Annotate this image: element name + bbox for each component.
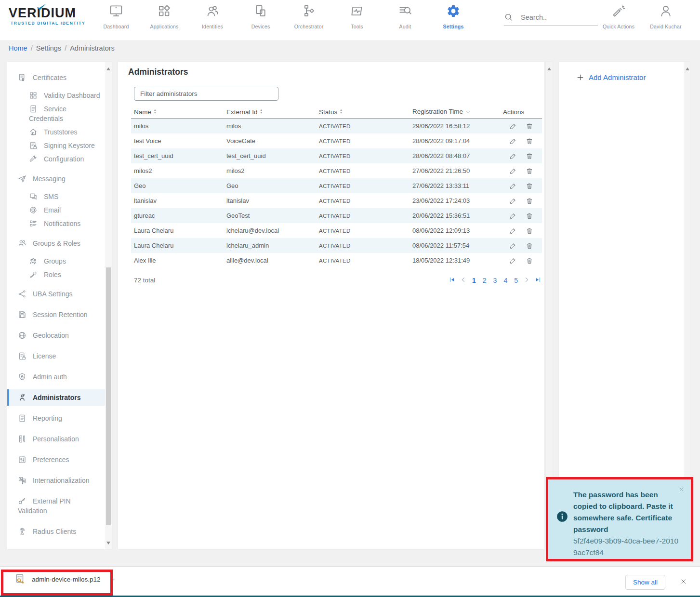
filter-administrators-input[interactable] (134, 87, 278, 101)
pagination-page-1[interactable]: 1 (470, 277, 478, 284)
row-actions (503, 242, 542, 250)
sidebar-item-sms[interactable]: SMS (7, 190, 105, 203)
pagination-next-page[interactable] (523, 276, 531, 284)
detail-panel-scrollbar[interactable] (684, 62, 690, 549)
sidebar-item-preferences[interactable]: Preferences (7, 451, 105, 468)
sort-icon[interactable]: ▴▾ (340, 108, 342, 114)
cell-external-id: VoiceGate (226, 137, 319, 145)
downloads-bar-close-icon[interactable] (680, 578, 687, 585)
edit-button[interactable] (509, 257, 517, 265)
brand-logo[interactable]: VERIDIUM TRUSTED DIGITAL IDENTITY (9, 6, 86, 26)
edit-button[interactable] (509, 182, 517, 190)
sidebar-item-administrators[interactable]: Administrators (7, 389, 105, 406)
sidebar-item-admin-auth[interactable]: Admin auth (7, 369, 105, 385)
pagination-page-4[interactable]: 4 (502, 277, 509, 284)
delete-button[interactable] (526, 182, 533, 190)
nav-item-devices[interactable]: Devices (242, 4, 279, 29)
delete-button[interactable] (526, 122, 533, 130)
sidebar-item-label: Certificates (33, 74, 66, 81)
sidebar-item-messaging[interactable]: Messaging (7, 171, 105, 187)
sidebar-item-session-retention[interactable]: Session Retention (7, 306, 105, 323)
column-header-external-id[interactable]: External Id▴▾ (226, 108, 319, 116)
content-scrollbar[interactable] (546, 62, 553, 549)
pagination-last-page[interactable] (534, 276, 542, 284)
edit-pencil-icon (509, 152, 517, 160)
delete-button[interactable] (526, 197, 533, 205)
cell-name: Laura Chelaru (134, 242, 226, 249)
sidebar-item-truststores[interactable]: Truststores (7, 125, 105, 139)
sidebar-item-validity-dashboard[interactable]: Validity Dashboard (7, 89, 105, 102)
nav-item-tools[interactable]: Tools (338, 4, 376, 29)
sidebar-item-notifications[interactable]: Notifications (7, 217, 105, 230)
edit-button[interactable] (509, 137, 517, 145)
nav-item-orchestrator[interactable]: Orchestrator (290, 4, 328, 29)
wrench-icon (29, 155, 38, 163)
sidebar-item-email[interactable]: Email (7, 203, 105, 217)
sidebar-scroll-thumb[interactable] (106, 267, 111, 525)
delete-button[interactable] (526, 167, 533, 175)
sort-icon[interactable]: ▴▾ (154, 108, 156, 114)
sidebar-item-groups[interactable]: Groups (7, 254, 105, 268)
toast-close-icon[interactable] (678, 486, 685, 492)
nav-item-applications[interactable]: Applications (145, 4, 183, 29)
column-header-label: External Id (226, 108, 258, 116)
sidebar-item-service-credentials[interactable]: Service Credentials (7, 102, 105, 125)
scroll-down-arrow[interactable] (106, 542, 110, 544)
user-menu[interactable]: David Kuchar (645, 4, 687, 29)
downloaded-file-chip[interactable]: admin-device-milos.p12 (14, 573, 116, 585)
edit-button[interactable] (509, 152, 517, 160)
sidebar-item-reporting[interactable]: Reporting (7, 410, 105, 426)
sort-desc-icon[interactable] (465, 109, 471, 116)
table-row: test VoiceVoiceGateACTIVATED28/06/2022 0… (131, 133, 542, 148)
delete-button[interactable] (526, 257, 533, 265)
pagination-first-page[interactable] (448, 276, 456, 284)
sidebar-scrollbar[interactable] (105, 62, 112, 549)
nav-item-audit[interactable]: Audit (386, 4, 424, 29)
search-input[interactable] (521, 13, 593, 21)
column-header-name[interactable]: Name▴▾ (134, 108, 226, 116)
nav-item-settings[interactable]: Settings (435, 4, 472, 29)
download-options-caret-icon[interactable] (109, 576, 116, 583)
sidebar-item-groups-roles[interactable]: Groups & Roles (7, 235, 105, 252)
scroll-up-arrow[interactable] (547, 67, 551, 70)
nav-item-identities[interactable]: Identities (194, 4, 231, 29)
column-header-status[interactable]: Status▴▾ (319, 108, 412, 116)
scroll-up-arrow[interactable] (106, 67, 110, 70)
sidebar-item-signing-keystore[interactable]: Signing Keystore (7, 139, 105, 152)
sidebar-item-geolocation[interactable]: Geolocation (7, 327, 105, 344)
pagination-page-2[interactable]: 2 (481, 277, 489, 284)
edit-button[interactable] (509, 197, 517, 205)
sidebar-item-uba-settings[interactable]: UBA Settings (7, 286, 105, 302)
show-all-downloads-button[interactable]: Show all (625, 575, 665, 590)
pagination-page-3[interactable]: 3 (491, 277, 499, 284)
sort-icon[interactable]: ▴▾ (261, 108, 263, 114)
sidebar-item-roles[interactable]: Roles (7, 268, 105, 281)
column-header-registration-time[interactable]: Registration Time (412, 108, 503, 116)
sidebar-item-personalisation[interactable]: Personalisation (7, 431, 105, 447)
add-administrator-button[interactable]: Add Administrator (576, 73, 646, 81)
sidebar-item-license[interactable]: License (7, 348, 105, 364)
scroll-up-arrow[interactable] (686, 67, 689, 70)
nav-item-dashboard[interactable]: Dashboard (97, 4, 135, 29)
sidebar-item-external-pin-validation[interactable]: External PIN Validation (7, 493, 105, 519)
sidebar-item-certificates[interactable]: Certificates (7, 69, 105, 86)
sidebar-item-configuration[interactable]: Configuration (7, 152, 105, 166)
edit-button[interactable] (509, 122, 517, 130)
delete-button[interactable] (526, 227, 533, 235)
delete-button[interactable] (526, 212, 533, 220)
edit-button[interactable] (509, 212, 517, 220)
edit-button[interactable] (509, 242, 517, 250)
pagination-previous-page[interactable] (459, 276, 467, 284)
download-caret-up-icon (109, 576, 116, 583)
delete-button[interactable] (526, 152, 533, 160)
sidebar-item-label: Validity Dashboard (44, 92, 100, 99)
delete-button[interactable] (526, 137, 533, 145)
delete-button[interactable] (526, 242, 533, 250)
sidebar-item-radius-clients[interactable]: Radius Clients (7, 523, 105, 540)
edit-button[interactable] (509, 167, 517, 175)
edit-button[interactable] (509, 227, 517, 235)
breadcrumb-item-home[interactable]: Home (9, 44, 27, 52)
pagination-page-5[interactable]: 5 (512, 277, 520, 284)
quick-actions-button[interactable]: Quick Actions (598, 4, 639, 29)
sidebar-item-internationalization[interactable]: Internationalization (7, 472, 105, 489)
